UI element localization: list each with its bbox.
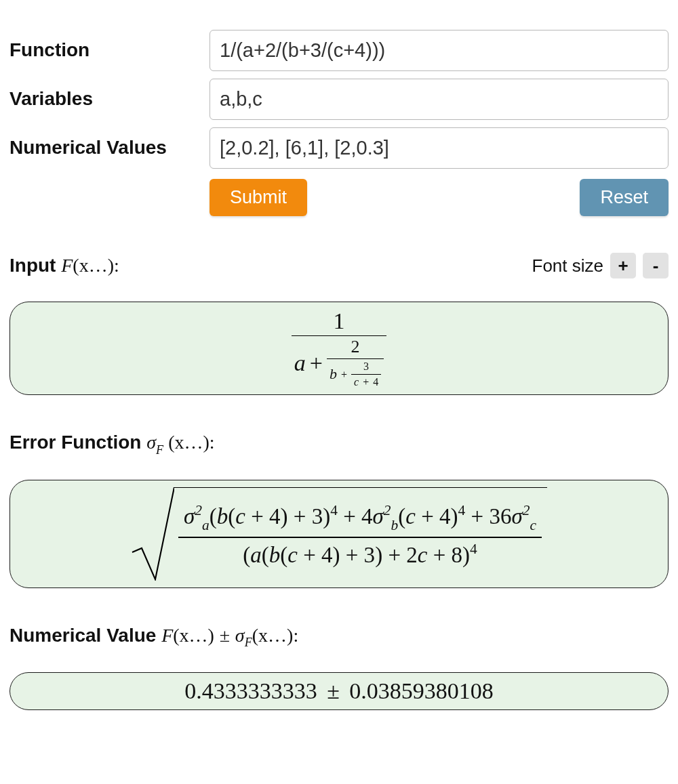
err-t1-plus4: + 4 (245, 504, 281, 529)
err-t1-c: c (235, 504, 245, 529)
font-size-plus[interactable]: + (610, 253, 636, 278)
err-den-pl: ( (262, 543, 269, 567)
err-den-r: ) (462, 543, 470, 567)
err-t1-r: ) (323, 504, 330, 529)
err-sigma-b-sub: b (391, 517, 399, 533)
numeric-value-display: 0.4333333333 ± 0.03859380108 (9, 672, 669, 710)
err-sigma-c: σ (511, 504, 522, 529)
numeric-heading-sigma: σ (235, 625, 245, 646)
err-plus-2: + (465, 504, 489, 529)
error-function-display: σ2a(b(c + 4) + 3)4 + 4σ2b(c + 4)4 + 36σ2… (9, 480, 669, 588)
cf-plus-2: + (363, 376, 369, 388)
numeric-value-section: Numerical Value F(x…) ± σF(x…): 0.433333… (9, 625, 669, 711)
numeric-heading-pm: ± (220, 625, 230, 646)
numeric-heading-prefix: Numerical Value (9, 625, 156, 646)
cf-c: c (354, 376, 359, 388)
err-sigma-b: σ (373, 504, 384, 529)
numeric-value-F: 0.4333333333 (184, 678, 317, 703)
err-den-plus8: + 8 (427, 543, 462, 567)
cf-a: a (294, 350, 306, 375)
font-size-label: Font size (532, 255, 604, 276)
cf-b: b (330, 366, 337, 382)
err-den-pow4: 4 (470, 541, 477, 557)
err-plus-1: + (338, 504, 361, 529)
err-sigma-a-sq: 2 (195, 502, 202, 518)
err-t2-plus4: + 4 (416, 504, 451, 529)
numvals-label: Numerical Values (9, 125, 210, 171)
err-sigma-b-sq: 2 (384, 502, 391, 518)
function-label: Function (9, 27, 210, 73)
cf-num-1: 1 (330, 308, 347, 333)
err-t1-cl: ( (228, 504, 235, 529)
numeric-heading-args2: (x…): (252, 625, 298, 646)
numeric-heading-Fsub: F (245, 636, 252, 649)
cf-num-3: 3 (361, 360, 372, 373)
input-function-section: Input F(x…): Font size + - 1 a + 2 (9, 253, 669, 395)
err-four: 4 (361, 504, 373, 529)
error-heading-args: (x…): (168, 432, 214, 453)
err-den-c: c (287, 543, 298, 567)
error-heading-prefix: Error Function (9, 432, 141, 453)
input-heading-prefix: Input (9, 255, 56, 276)
err-t1-b: b (217, 504, 228, 529)
err-t1-plus3: + 3 (288, 504, 323, 529)
variables-input[interactable] (210, 79, 669, 120)
font-size-controls: Font size + - (532, 253, 669, 278)
cf-num-4: 4 (373, 376, 378, 388)
submit-button[interactable]: Submit (210, 179, 307, 216)
err-t1-pow4: 4 (330, 502, 338, 518)
input-function-display: 1 a + 2 b + (9, 302, 669, 395)
cf-plus-1: + (341, 369, 347, 381)
err-den-plus3: + 3 (340, 543, 376, 567)
err-den-cl: ( (280, 543, 287, 567)
cf-plus-0: + (310, 350, 323, 375)
error-heading: Error Function σF (x…): (9, 432, 215, 457)
err-sigma-c-sub: c (530, 517, 536, 533)
err-sigma-c-sq: 2 (523, 502, 530, 518)
cf-num-2: 2 (348, 337, 363, 357)
err-den-c2: c (418, 543, 428, 567)
err-den-a: a (250, 543, 262, 567)
numeric-heading-F: F (161, 625, 173, 646)
input-heading-F: F (61, 255, 73, 276)
numvals-input[interactable] (210, 127, 669, 169)
err-sigma-a-sub: a (202, 517, 210, 533)
err-den-c-plus4: + 4 (298, 543, 333, 567)
input-form: Function Variables Numerical Values Subm… (9, 27, 669, 216)
reset-button[interactable]: Reset (580, 179, 669, 216)
sqrt-icon (131, 487, 174, 581)
numeric-value-pm: ± (327, 678, 340, 703)
numeric-heading-args1: (x…) (173, 625, 214, 646)
err-den-pr: ) (375, 543, 382, 567)
input-heading: Input F(x…): (9, 255, 119, 276)
err-den-l: ( (243, 543, 250, 567)
function-input[interactable] (210, 30, 669, 71)
err-t2-l: ( (398, 504, 405, 529)
variables-label: Variables (9, 76, 210, 122)
err-den-plus2: + 2 (382, 543, 418, 567)
err-t2-c: c (405, 504, 416, 529)
err-t1-l: ( (210, 504, 217, 529)
err-t2-r: ) (451, 504, 458, 529)
err-den-cr: ) (333, 543, 340, 567)
error-heading-Fsub: F (156, 443, 163, 457)
err-t1-cr: ) (281, 504, 288, 529)
err-den-b: b (269, 543, 281, 567)
error-heading-sigma: σ (146, 432, 156, 453)
font-size-minus[interactable]: - (643, 253, 669, 278)
numeric-heading: Numerical Value F(x…) ± σF(x…): (9, 625, 298, 650)
numeric-value-sigma: 0.03859380108 (349, 678, 494, 703)
input-heading-args: (x…): (73, 255, 119, 276)
err-36: 36 (489, 504, 511, 529)
err-t2-pow4: 4 (458, 502, 466, 518)
err-sigma-a: σ (184, 504, 195, 529)
error-function-section: Error Function σF (x…): σ2a(b(c + 4) + 3… (9, 432, 669, 588)
